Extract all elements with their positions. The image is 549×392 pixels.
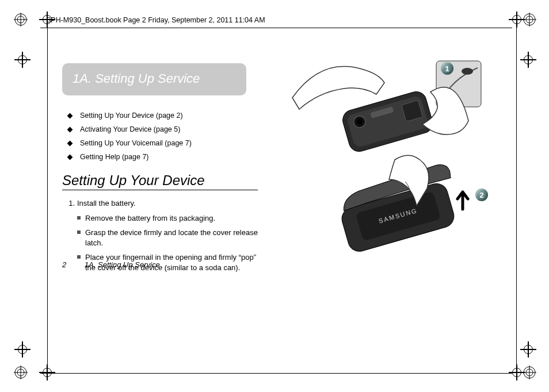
crop-mark-icon xyxy=(14,341,30,358)
diamond-bullet-icon xyxy=(67,141,73,147)
crop-mark-icon xyxy=(520,341,536,358)
left-column: 1A. Setting Up Service Setting Up Your D… xyxy=(62,63,264,272)
page-root: SPH-M930_Boost.book Page 2 Friday, Septe… xyxy=(0,0,549,392)
heading: Setting Up Your Device xyxy=(62,172,258,190)
toc-item: Activating Your Device (page 5) xyxy=(64,125,264,133)
crop-line xyxy=(40,28,512,28)
crop-mark-icon xyxy=(509,11,525,28)
step-badge-1: 1 xyxy=(441,62,453,75)
step-number: 1. xyxy=(62,198,75,209)
page-footer: 2 1A. Setting Up Service xyxy=(62,260,160,269)
registration-mark-icon xyxy=(14,13,28,26)
crop-line xyxy=(516,13,517,381)
toc-item-label: Activating Your Device (page 5) xyxy=(80,125,180,133)
square-bullet-icon xyxy=(77,230,81,234)
diamond-bullet-icon xyxy=(67,113,73,119)
substep: Grasp the device firmly and locate the c… xyxy=(77,228,264,248)
toc-item: Setting Up Your Voicemail (page 7) xyxy=(64,139,264,147)
footer-section: 1A. Setting Up Service xyxy=(85,260,160,269)
square-bullet-icon xyxy=(77,255,81,259)
toc-item-label: Getting Help (page 7) xyxy=(80,153,149,161)
substep: Remove the battery from its packaging. xyxy=(77,213,264,224)
section-title: 1A. Setting Up Service xyxy=(73,71,236,86)
content-area: 1A. Setting Up Service Setting Up Your D… xyxy=(62,63,488,351)
step-badge-2: 2 xyxy=(475,189,488,201)
device-illustration: SAMSUNG 1 2 xyxy=(287,57,494,253)
substep-text: Grasp the device firmly and locate the c… xyxy=(85,228,264,248)
crop-mark-icon xyxy=(509,364,525,381)
step-text: Install the battery. xyxy=(77,198,136,209)
section-title-pill: 1A. Setting Up Service xyxy=(62,63,246,95)
page-number: 2 xyxy=(62,260,66,269)
running-header: SPH-M930_Boost.book Page 2 Friday, Septe… xyxy=(46,16,265,24)
square-bullet-icon xyxy=(77,216,81,220)
crop-line xyxy=(40,373,512,374)
substep-text: Remove the battery from its packaging. xyxy=(85,213,264,224)
toc-item-label: Setting Up Your Voicemail (page 7) xyxy=(80,139,192,147)
crop-mark-icon xyxy=(14,52,30,68)
registration-mark-icon xyxy=(14,366,28,379)
table-of-contents: Setting Up Your Device (page 2) Activati… xyxy=(64,112,264,161)
toc-item-label: Setting Up Your Device (page 2) xyxy=(80,112,183,120)
toc-item: Getting Help (page 7) xyxy=(64,153,264,161)
crop-line xyxy=(47,13,48,381)
diamond-bullet-icon xyxy=(67,155,73,160)
crop-mark-icon xyxy=(520,52,536,68)
toc-item: Setting Up Your Device (page 2) xyxy=(64,112,264,120)
step: 1. Install the battery. xyxy=(62,198,264,209)
diamond-bullet-icon xyxy=(67,127,73,133)
svg-point-17 xyxy=(462,68,473,75)
